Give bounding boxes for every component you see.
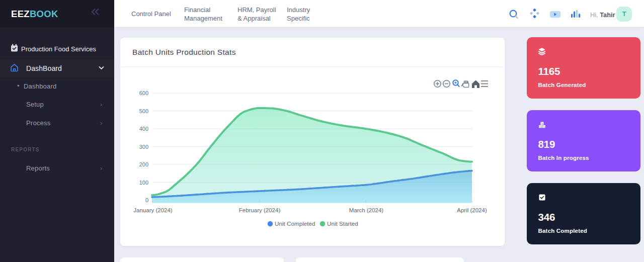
svg-text:February (2024): February (2024) bbox=[239, 207, 281, 213]
svg-text:0: 0 bbox=[145, 197, 148, 203]
svg-text:March (2024): March (2024) bbox=[349, 207, 384, 213]
svg-text:January (2024): January (2024) bbox=[133, 207, 173, 213]
svg-text:500: 500 bbox=[139, 108, 148, 114]
svg-text:300: 300 bbox=[139, 144, 148, 150]
svg-text:400: 400 bbox=[139, 126, 148, 132]
svg-text:Unit Started: Unit Started bbox=[327, 220, 358, 227]
svg-text:Unit Completed: Unit Completed bbox=[275, 220, 315, 227]
svg-text:200: 200 bbox=[139, 161, 148, 167]
svg-text:100: 100 bbox=[139, 180, 148, 186]
svg-text:600: 600 bbox=[139, 90, 148, 96]
svg-text:April (2024): April (2024) bbox=[457, 207, 487, 213]
